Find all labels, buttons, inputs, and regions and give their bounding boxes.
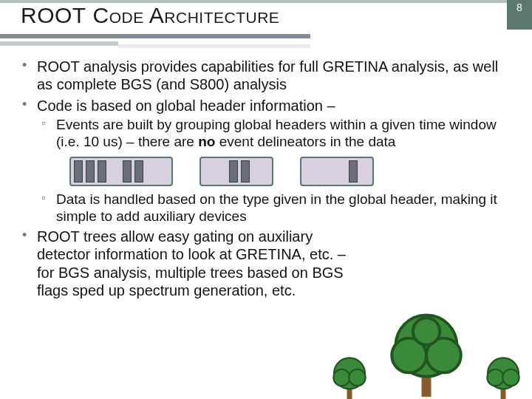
svg-point-12 bbox=[502, 369, 519, 386]
event-diagram bbox=[56, 157, 514, 186]
bullet-2-text: Code is based on global header informati… bbox=[37, 98, 335, 114]
svg-point-11 bbox=[487, 369, 503, 386]
tree-icon bbox=[324, 352, 375, 399]
page-number-tab: 8 bbox=[507, 0, 532, 30]
b2s1-post: event delineators in the data bbox=[215, 134, 395, 149]
header-block bbox=[134, 160, 143, 183]
title-root: ROOT bbox=[21, 3, 86, 27]
tree-icon bbox=[477, 352, 529, 399]
b2s1-bold: no bbox=[198, 134, 215, 149]
header-block bbox=[349, 160, 358, 183]
header-block bbox=[74, 160, 83, 183]
divider-shadow bbox=[118, 44, 310, 48]
header-block bbox=[98, 160, 106, 183]
bullet-1: ROOT analysis provides capabilities for … bbox=[21, 58, 514, 94]
slide-title: ROOT Code Architecture bbox=[21, 3, 279, 28]
bullet-2-sub-2: Data is handled based on the type given … bbox=[37, 191, 514, 225]
content-area: ROOT analysis provides capabilities for … bbox=[21, 58, 514, 302]
bullet-3-text: ROOT trees allow easy gating on auxiliar… bbox=[37, 228, 346, 299]
page-number: 8 bbox=[516, 1, 522, 30]
header-block bbox=[86, 160, 95, 183]
event-box-2 bbox=[200, 157, 273, 186]
gap bbox=[204, 160, 226, 183]
bullet-2-sub-1: Events are built by grouping global head… bbox=[37, 116, 514, 150]
svg-point-8 bbox=[413, 318, 440, 344]
tree-clipart-row bbox=[324, 307, 529, 399]
divider-primary bbox=[0, 34, 310, 38]
tree-icon bbox=[378, 307, 474, 399]
event-box-3 bbox=[300, 157, 374, 186]
bullet-1-text: ROOT analysis provides capabilities for … bbox=[37, 58, 498, 92]
b2s2-text: Data is handled based on the type given … bbox=[56, 191, 497, 224]
bullet-3: ROOT trees allow easy gating on auxiliar… bbox=[21, 228, 514, 300]
header-block bbox=[229, 160, 238, 183]
svg-point-2 bbox=[333, 369, 349, 386]
header-block bbox=[123, 160, 132, 183]
gap bbox=[109, 160, 120, 183]
header-block bbox=[241, 160, 250, 183]
event-box-1 bbox=[69, 157, 173, 186]
svg-point-3 bbox=[349, 369, 365, 386]
divider-secondary bbox=[0, 41, 118, 46]
bullet-2: Code is based on global header informati… bbox=[21, 97, 514, 225]
title-rest: Code Architecture bbox=[86, 3, 280, 27]
gap bbox=[304, 160, 346, 183]
